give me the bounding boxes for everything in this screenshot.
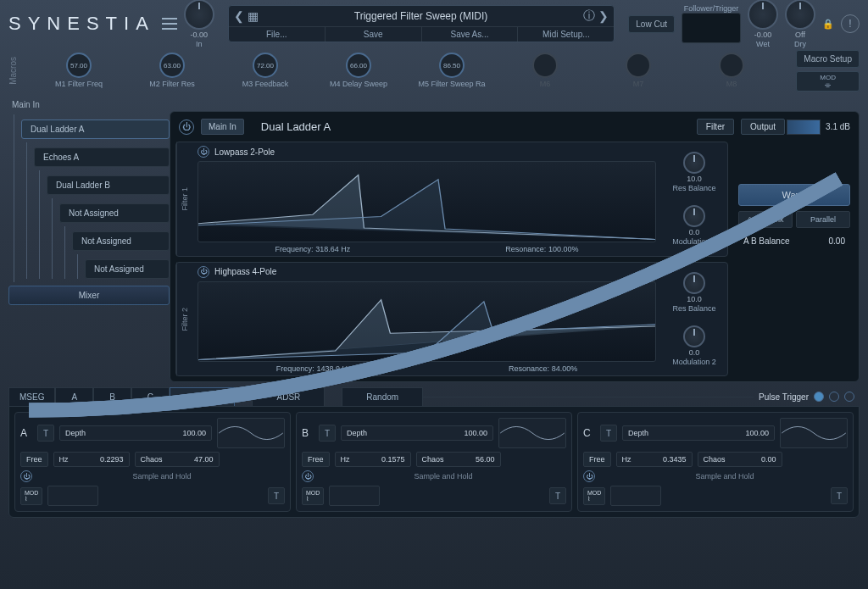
lfo-c-block: C T Depth100.00 Free Hz0.3435 Chaos0.00 … xyxy=(577,412,854,512)
lfo-curve[interactable] xyxy=(610,486,661,506)
